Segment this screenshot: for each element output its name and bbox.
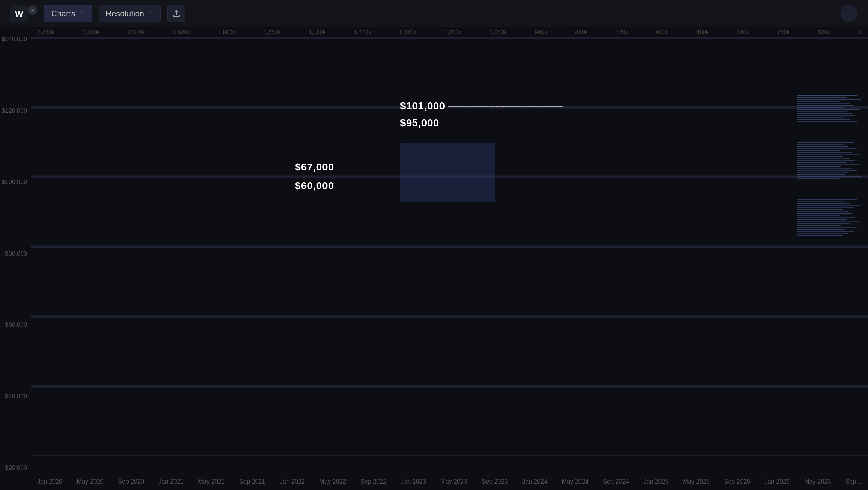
- more-options-button[interactable]: ···: [840, 5, 858, 22]
- top-x-label: 1,800k: [218, 29, 235, 36]
- x-label-jan2024: Jan 2024: [522, 478, 547, 485]
- app-container: W ✕ Charts ⋮ Resolution ⋮ ···: [0, 0, 868, 490]
- top-x-label: 1,560k: [309, 29, 326, 36]
- top-x-label: 240k: [777, 29, 790, 36]
- y-label-40k: $40,000: [0, 393, 27, 400]
- x-label-sep2023: Sep 2023: [481, 478, 508, 485]
- x-label-may2022: May 2022: [319, 478, 346, 485]
- y-label-100k: $100,000: [0, 178, 27, 186]
- y-label-20k: $20,000: [0, 464, 27, 471]
- x-axis: Jan 2020 May 2020 Sep 2020 Jan 2021 May …: [31, 473, 868, 490]
- x-label-may2021: May 2021: [198, 478, 225, 485]
- svg-text:W: W: [15, 9, 23, 19]
- top-x-label: 600k: [656, 29, 669, 36]
- top-x-label: 360k: [737, 29, 749, 36]
- x-label-jan2022: Jan 2022: [280, 478, 305, 485]
- x-label-sep2021: Sep 2021: [239, 478, 265, 485]
- resolution-tab-label: Resolution: [106, 9, 144, 18]
- top-x-label: 1,680k: [263, 29, 281, 36]
- x-label-jan2023: Jan 2023: [401, 478, 426, 485]
- top-x-label: 1,200k: [444, 29, 461, 36]
- top-x-label: 1,080k: [490, 29, 507, 36]
- price-label-101k: $101,000: [400, 100, 445, 112]
- resolution-tab[interactable]: Resolution ⋮: [99, 5, 161, 22]
- top-x-label: 840k: [575, 29, 588, 36]
- x-label-sep2025: Sep 2025: [724, 478, 750, 485]
- top-x-labels: 2,280k 2,160k 2,040k 1,920k 1,800k 1,680…: [31, 27, 868, 37]
- price-label-60k: $60,000: [295, 180, 334, 191]
- price-label-67k: $67,000: [295, 161, 334, 173]
- more-icon: ···: [846, 10, 852, 17]
- y-label-80k: $80,000: [0, 250, 27, 257]
- y-axis: $140,000 $120,000 $100,000 $80,000 $60,0…: [0, 34, 31, 473]
- y-label-140k: $140,000: [0, 36, 27, 43]
- price-label-95k: $95,000: [400, 117, 439, 129]
- top-x-label: 120k: [817, 29, 830, 36]
- y-label-120k: $120,000: [0, 107, 27, 114]
- selected-zone: [400, 143, 495, 202]
- x-label-jan2020: Jan 2020: [37, 478, 62, 485]
- x-label-may2026: May 2026: [804, 478, 831, 485]
- top-x-label: 2,160k: [82, 29, 100, 36]
- top-x-label: 1,320k: [399, 29, 416, 36]
- charts-tab-menu-icon[interactable]: ⋮: [79, 10, 85, 17]
- x-label-sep2024: Sep 2024: [603, 478, 629, 485]
- x-label-jan2025: Jan 2025: [643, 478, 668, 485]
- top-x-label: 960k: [535, 29, 547, 36]
- top-x-label: 2,040k: [128, 29, 145, 36]
- top-bar: W ✕ Charts ⋮ Resolution ⋮ ···: [0, 0, 868, 27]
- charts-tab-label: Charts: [51, 9, 75, 18]
- charts-tab[interactable]: Charts ⋮: [44, 5, 92, 22]
- x-label-may2020: May 2020: [77, 478, 104, 485]
- chart-area: 2,280k 2,160k 2,040k 1,920k 1,800k 1,680…: [0, 27, 868, 490]
- logo: W: [10, 5, 28, 22]
- top-x-label: 1,920k: [173, 29, 190, 36]
- x-labels-container: Jan 2020 May 2020 Sep 2020 Jan 2021 May …: [31, 478, 868, 485]
- top-x-label: 1,440k: [354, 29, 371, 36]
- annotation-95k: $95,000: [400, 117, 564, 129]
- y-label-60k: $60,000: [0, 321, 27, 328]
- top-x-label: 480k: [696, 29, 709, 36]
- x-label-may2025: May 2025: [683, 478, 710, 485]
- x-label-sep2020: Sep 2020: [118, 478, 144, 485]
- top-x-axis: 2,280k 2,160k 2,040k 1,920k 1,800k 1,680…: [31, 27, 868, 37]
- x-label-may2024: May 2024: [561, 478, 588, 485]
- x-label-sep2026: Sep...: [845, 478, 861, 485]
- x-label-jan2026: Jan 2026: [765, 478, 790, 485]
- upload-button[interactable]: [167, 5, 185, 22]
- top-x-label: 720k: [615, 29, 628, 36]
- x-label-sep2022: Sep 2022: [360, 478, 387, 485]
- close-button[interactable]: ✕: [28, 5, 37, 15]
- x-label-may2023: May 2023: [440, 478, 467, 485]
- x-label-jan2021: Jan 2021: [158, 478, 183, 485]
- resolution-tab-menu-icon[interactable]: ⋮: [147, 10, 154, 17]
- top-x-label: 0: [858, 29, 861, 36]
- annotation-101k: $101,000: [400, 100, 563, 112]
- top-x-label: 2,280k: [37, 29, 55, 36]
- right-order-lines: [797, 95, 868, 250]
